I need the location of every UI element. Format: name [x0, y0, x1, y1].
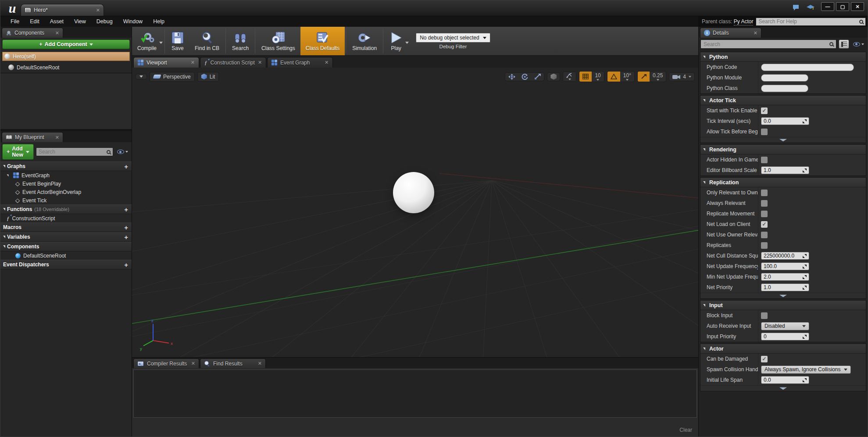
debug-object-select[interactable]: No debug object selected: [416, 33, 490, 43]
checkbox[interactable]: [761, 200, 768, 207]
variables-section-header[interactable]: Variables: [0, 232, 132, 242]
components-panel-tab[interactable]: Components: [2, 28, 63, 38]
python-module-field[interactable]: [761, 74, 808, 82]
tree-item-event-actorbeginoverlap[interactable]: Event ActorBeginOverlap: [0, 188, 132, 196]
menu-help[interactable]: Help: [148, 17, 169, 26]
close-button[interactable]: ✕: [851, 2, 864, 11]
tree-item-defaultsceneroot[interactable]: DefaultSceneRoot: [0, 251, 132, 260]
section-expander[interactable]: [700, 137, 866, 143]
close-panel-icon[interactable]: [754, 30, 757, 36]
compile-options-chevron-icon[interactable]: [159, 42, 163, 44]
graphs-section-header[interactable]: Graphs: [0, 161, 132, 171]
dropdown[interactable]: Disabled: [761, 322, 809, 330]
number-field[interactable]: 0.0: [761, 376, 809, 384]
world-local-toggle[interactable]: [547, 73, 560, 81]
tab-viewport[interactable]: Viewport: [133, 57, 199, 68]
number-field[interactable]: 0: [761, 333, 809, 340]
checkbox[interactable]: [761, 356, 768, 362]
menu-window[interactable]: Window: [118, 17, 147, 26]
grid-snap-toggle[interactable]: [579, 72, 592, 82]
viewport-options-button[interactable]: [136, 74, 147, 79]
property-matrix-button[interactable]: [839, 39, 849, 49]
python-code-field[interactable]: [761, 64, 854, 71]
checkbox[interactable]: [761, 312, 768, 319]
tree-item-eventgraph[interactable]: EventGraph: [0, 171, 132, 179]
tab-construction-script[interactable]: ƒ Construction Script: [200, 57, 266, 68]
menu-edit[interactable]: Edit: [25, 17, 44, 26]
details-search-box[interactable]: [700, 39, 836, 49]
component-row-defaultsceneroot[interactable]: DefaultSceneRoot: [2, 63, 130, 72]
my-blueprint-search-input[interactable]: [39, 149, 107, 155]
number-field[interactable]: 2.0: [761, 273, 809, 281]
functions-section-header[interactable]: Functions(18 Overridable): [0, 204, 132, 214]
add-new-button[interactable]: Add New: [2, 144, 34, 160]
surface-snap-button[interactable]: [563, 72, 576, 81]
play-button[interactable]: Play: [384, 27, 408, 55]
restore-button[interactable]: ▢: [836, 2, 849, 11]
section-expander[interactable]: [700, 385, 866, 391]
number-field[interactable]: 100.0: [761, 262, 809, 270]
tree-item-event-tick[interactable]: Event Tick: [0, 196, 132, 204]
asset-tab-hero[interactable]: Hero*: [21, 4, 104, 16]
python-class-field[interactable]: [761, 85, 808, 92]
tab-event-graph[interactable]: Event Graph: [267, 57, 333, 68]
scale-tool-button[interactable]: [531, 73, 544, 81]
close-tab-icon[interactable]: [191, 60, 195, 65]
feedback-icon[interactable]: [792, 4, 800, 11]
3d-viewport[interactable]: z x y Perspective Lit: [132, 68, 698, 357]
components-section-header[interactable]: Components: [0, 242, 132, 251]
clear-button[interactable]: Clear: [679, 427, 692, 433]
add-function-button[interactable]: [124, 206, 128, 213]
checkbox[interactable]: [761, 232, 768, 238]
section-header[interactable]: Rendering: [700, 145, 866, 154]
macros-section-header[interactable]: Macros: [0, 222, 132, 232]
add-event-dispatcher-button[interactable]: [124, 261, 128, 268]
class-defaults-button[interactable]: Class Defaults: [300, 27, 345, 55]
my-blueprint-panel-tab[interactable]: My Blueprint: [2, 132, 63, 142]
save-button[interactable]: Save: [166, 27, 189, 55]
close-tab-icon[interactable]: [258, 60, 262, 65]
event-dispatchers-section-header[interactable]: Event Dispatchers: [0, 260, 132, 269]
close-panel-icon[interactable]: [55, 135, 59, 140]
section-header[interactable]: Replication: [700, 178, 866, 187]
add-variable-button[interactable]: [124, 234, 128, 240]
view-options-button[interactable]: [851, 41, 866, 47]
tab-find-results[interactable]: Find Results: [200, 358, 266, 368]
compile-button[interactable]: Compile: [132, 27, 162, 55]
camera-speed-button[interactable]: 4: [669, 73, 694, 81]
simulation-button[interactable]: Simulation: [347, 27, 382, 55]
minimize-button[interactable]: —: [821, 2, 834, 11]
tab-compiler-results[interactable]: >_ Compiler Results: [133, 358, 199, 368]
add-graph-button[interactable]: [124, 163, 128, 170]
visibility-filter-button[interactable]: [115, 149, 130, 155]
add-macro-button[interactable]: [124, 224, 128, 231]
section-header[interactable]: Actor Tick: [700, 96, 866, 105]
rotation-snap-toggle[interactable]: [607, 72, 620, 82]
close-tab-icon[interactable]: [325, 60, 329, 65]
checkbox[interactable]: [761, 221, 768, 228]
perspective-button[interactable]: Perspective: [150, 72, 195, 82]
checkbox[interactable]: [761, 190, 768, 196]
section-expander[interactable]: [700, 293, 866, 298]
menu-debug[interactable]: Debug: [92, 17, 118, 26]
default-sphere-mesh[interactable]: [393, 172, 434, 213]
checkbox[interactable]: [761, 107, 768, 114]
checkbox[interactable]: [761, 157, 768, 163]
number-field[interactable]: 0.0: [761, 117, 809, 125]
dropdown[interactable]: Always Spawn, Ignore Collisions: [761, 365, 851, 374]
rotation-snap-value[interactable]: 10°: [620, 72, 634, 82]
close-tab-icon[interactable]: [191, 361, 195, 366]
section-header[interactable]: Actor: [700, 344, 866, 354]
checkbox[interactable]: [761, 211, 768, 217]
checkbox[interactable]: [761, 129, 768, 135]
section-header[interactable]: Input: [700, 301, 866, 310]
scale-snap-value[interactable]: 0.25: [650, 72, 666, 82]
tutorial-icon[interactable]: [806, 4, 815, 11]
number-field[interactable]: 1.0: [761, 166, 809, 174]
add-component-button[interactable]: Add Component: [2, 39, 130, 49]
details-panel-tab[interactable]: i Details: [700, 28, 761, 38]
find-in-cb-button[interactable]: Find in CB: [189, 27, 225, 55]
search-button[interactable]: Search: [227, 27, 254, 55]
play-options-chevron-icon[interactable]: [405, 42, 409, 44]
component-row-hero-self[interactable]: Hero(self): [2, 52, 130, 61]
